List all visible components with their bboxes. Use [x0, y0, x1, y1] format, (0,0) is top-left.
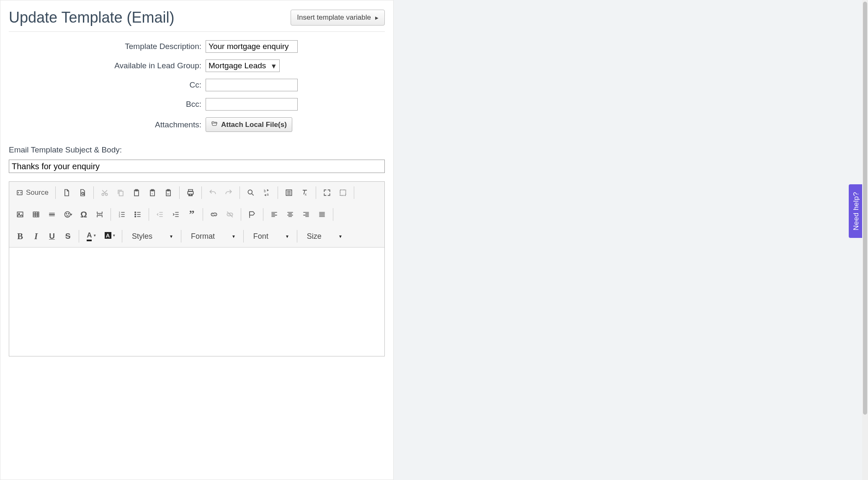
emoji-icon[interactable]: ▾ [60, 207, 75, 222]
align-center-icon[interactable] [283, 207, 298, 222]
horizontal-rule-icon[interactable] [44, 207, 59, 222]
separator [79, 230, 79, 243]
bullet-list-icon[interactable] [130, 207, 145, 222]
need-help-label: Need help? [852, 192, 860, 230]
separator [354, 186, 354, 199]
chevron-right-icon: ▶ [375, 15, 379, 20]
find-icon[interactable] [243, 185, 258, 200]
preview-icon[interactable] [75, 185, 90, 200]
strike-button[interactable]: S [60, 229, 75, 244]
chevron-down-icon: ▾ [272, 61, 276, 71]
numbered-list-icon[interactable]: 123 [114, 207, 129, 222]
font-combo[interactable]: Font ▼ [247, 229, 294, 244]
lead-group-label: Available in Lead Group: [9, 61, 206, 70]
chevron-down-icon: ▼ [169, 234, 173, 239]
svg-rect-18 [340, 190, 345, 195]
source-label: Source [26, 188, 49, 197]
paste-text-icon[interactable]: T [145, 185, 160, 200]
scrollbar-thumb[interactable] [863, 2, 867, 415]
separator [243, 230, 244, 243]
separator [179, 186, 180, 199]
align-justify-icon[interactable] [314, 207, 330, 222]
rich-text-editor: Source T W ba [9, 181, 385, 356]
italic-button[interactable]: I [28, 229, 44, 244]
subject-input[interactable] [9, 160, 385, 173]
maximize-icon[interactable] [319, 185, 335, 200]
show-blocks-icon[interactable] [335, 185, 350, 200]
select-all-icon[interactable] [281, 185, 296, 200]
chevron-down-icon: ▼ [232, 234, 236, 239]
replace-icon[interactable]: ba [259, 185, 274, 200]
link-icon[interactable] [206, 207, 222, 222]
print-icon[interactable] [183, 185, 198, 200]
size-combo[interactable]: Size ▼ [301, 229, 347, 244]
page-title: Update Template (Email) [9, 9, 175, 26]
align-right-icon[interactable] [299, 207, 314, 222]
paste-icon[interactable] [129, 185, 144, 200]
format-combo[interactable]: Format ▼ [185, 229, 240, 244]
svg-point-30 [135, 216, 136, 217]
svg-rect-4 [119, 191, 123, 196]
paste-word-icon[interactable]: W [161, 185, 176, 200]
chevron-down-icon: ▼ [285, 234, 289, 239]
toolbar-row-2: ▾ Ω 123 ” [9, 204, 384, 225]
special-char-icon[interactable]: Ω [76, 207, 91, 222]
scrollbar[interactable] [862, 0, 868, 480]
toolbar-row-3: B I U S A▾ A▾ Styles ▼ Format [9, 225, 384, 247]
bg-color-button[interactable]: A▾ [101, 229, 118, 244]
copy-icon[interactable] [113, 185, 128, 200]
svg-rect-21 [33, 212, 39, 217]
new-page-icon[interactable] [59, 185, 74, 200]
redo-icon[interactable] [221, 185, 236, 200]
separator [55, 186, 56, 199]
chevron-down-icon: ▼ [338, 234, 343, 239]
svg-point-23 [66, 214, 67, 214]
separator [122, 230, 122, 243]
page-break-icon[interactable] [92, 207, 107, 222]
subject-section-label: Email Template Subject & Body: [9, 145, 385, 155]
text-color-button[interactable]: A▾ [82, 229, 100, 244]
styles-label: Styles [132, 232, 152, 241]
image-icon[interactable] [13, 207, 28, 222]
description-label: Template Description: [9, 42, 206, 51]
blockquote-icon[interactable]: ” [184, 207, 199, 222]
styles-combo[interactable]: Styles ▼ [126, 229, 178, 244]
svg-point-29 [135, 214, 136, 215]
underline-button[interactable]: U [44, 229, 59, 244]
bold-button[interactable]: B [13, 229, 28, 244]
description-input[interactable] [206, 40, 298, 53]
separator [93, 186, 94, 199]
separator [149, 208, 149, 221]
insert-template-variable-button[interactable]: Insert template variable ▶ [291, 10, 385, 26]
separator [316, 186, 316, 199]
editor-body[interactable] [9, 247, 384, 356]
svg-point-24 [68, 214, 69, 214]
cut-icon[interactable] [97, 185, 112, 200]
svg-point-13 [248, 190, 252, 194]
toolbar-row-1: Source T W ba [9, 182, 384, 204]
align-left-icon[interactable] [267, 207, 282, 222]
format-label: Format [191, 232, 215, 241]
anchor-icon[interactable] [245, 207, 260, 222]
outdent-icon[interactable] [152, 207, 167, 222]
svg-text:x: x [305, 192, 307, 196]
need-help-tab[interactable]: Need help? [849, 184, 864, 238]
separator [297, 230, 297, 243]
svg-text:3: 3 [119, 215, 120, 218]
bcc-input[interactable] [206, 98, 298, 111]
source-button[interactable]: Source [13, 185, 52, 200]
unlink-icon[interactable] [222, 207, 237, 222]
table-icon[interactable] [28, 207, 44, 222]
separator [333, 208, 333, 221]
cc-input[interactable] [206, 79, 298, 91]
svg-rect-19 [17, 212, 23, 217]
indent-icon[interactable] [168, 207, 183, 222]
attach-file-button[interactable]: Attach Local File(s) [206, 117, 292, 132]
separator [181, 230, 181, 243]
undo-icon[interactable] [205, 185, 220, 200]
separator [278, 186, 278, 199]
separator [240, 186, 240, 199]
attachments-label: Attachments: [9, 120, 206, 129]
remove-format-icon[interactable]: x [297, 185, 312, 200]
lead-group-select[interactable]: Mortgage Leads ▾ [206, 59, 280, 72]
